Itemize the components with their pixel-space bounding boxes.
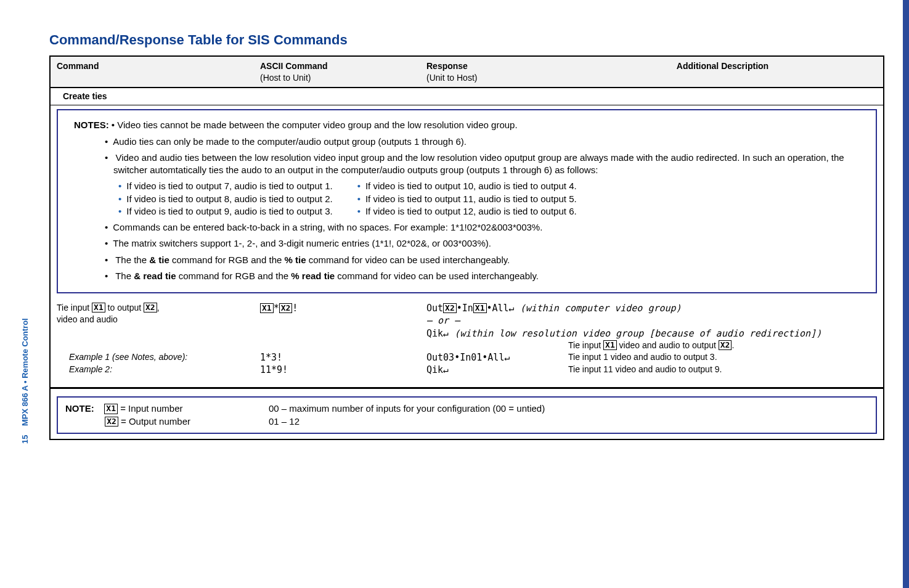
note-subitem: If video is tied to output 11, audio is … [357, 193, 577, 205]
desc-cell: Tie input 1 video and audio to output 3. [568, 351, 877, 364]
command-table: Command ASCII Command (Host to Unit) Res… [49, 55, 884, 440]
note-subitem: If video is tied to output 10, audio is … [357, 180, 577, 192]
subsection-create-ties: Create ties [51, 88, 883, 105]
response-cell: OutX2•InX1•All↵ (within computer video g… [426, 302, 877, 340]
notes-box: NOTES: • Video ties cannot be made betwe… [57, 109, 877, 293]
page: 15 MPX 866 A • Remote Control Command/Re… [0, 0, 909, 588]
desc-cell: Tie input X1 video and audio to output X… [568, 340, 877, 351]
note-subitem: If video is tied to output 12, audio is … [357, 205, 577, 218]
side-pagenum: 15 [20, 435, 30, 444]
cmd-cell: Tie input X1 to output X2, video and aud… [57, 302, 260, 340]
desc-cell: Tie input 11 video and audio to output 9… [568, 364, 877, 376]
th-response: Response (Unit to Host) [426, 60, 568, 84]
th-command: Command [57, 60, 260, 84]
side-label-text: MPX 866 A • Remote Control [20, 318, 30, 426]
table-row: Tie input X1 video and audio to output X… [51, 340, 883, 351]
cmd-cell: Example 1 (see Notes, above): [57, 351, 260, 364]
legend-left: NOTE: X1 = Input number X2 = Output numb… [65, 402, 269, 428]
legend-box: NOTE: X1 = Input number X2 = Output numb… [57, 396, 877, 434]
response-cell: Out03•In01•All↵ [426, 351, 568, 364]
note-item: Audio ties can only be made to the compu… [73, 136, 868, 148]
th-ascii: ASCII Command (Host to Unit) [260, 60, 426, 84]
legend-right: 00 – maximum number of inputs for your c… [269, 402, 868, 428]
ascii-cell: X1*X2! [260, 302, 426, 340]
th-additional: Additional Description [568, 60, 877, 84]
note-item: The matrix switchers support 1-, 2-, and… [73, 237, 868, 250]
note-item: NOTES: • Video ties cannot be made betwe… [73, 119, 868, 131]
note-item: The the & tie command for RGB and the % … [73, 254, 868, 266]
ascii-cell: 11*9! [260, 364, 426, 376]
table-header: Command ASCII Command (Host to Unit) Res… [51, 57, 883, 89]
var-x2: X2 [144, 303, 157, 312]
note-subitem: If video is tied to output 8, audio is t… [118, 193, 333, 205]
note-item: Video and audio ties between the low res… [73, 152, 868, 218]
page-right-accent [903, 0, 909, 588]
ascii-cell: 1*3! [260, 351, 426, 364]
note-subcolumns: If video is tied to output 7, audio is t… [113, 180, 868, 218]
cmd-cell: Example 2: [57, 364, 260, 376]
note-subitem: If video is tied to output 9, audio is t… [118, 205, 333, 218]
note-item: The & read tie command for RGB and the %… [73, 270, 868, 282]
note-subitem: If video is tied to output 7, audio is t… [118, 180, 333, 192]
section-title: Command/Response Table for SIS Commands [49, 31, 884, 49]
table-row: Example 1 (see Notes, above): 1*3! Out03… [51, 351, 883, 364]
response-cell: Qik↵ [426, 364, 568, 376]
table-row: Tie input X1 to output X2, video and aud… [51, 297, 883, 340]
table-row: Example 2: 11*9! Qik↵ Tie input 11 video… [51, 364, 883, 381]
note-item: Commands can be entered back-to-back in … [73, 221, 868, 234]
side-running-head: 15 MPX 866 A • Remote Control [20, 318, 31, 444]
var-x1: X1 [92, 303, 105, 312]
divider [51, 387, 883, 389]
